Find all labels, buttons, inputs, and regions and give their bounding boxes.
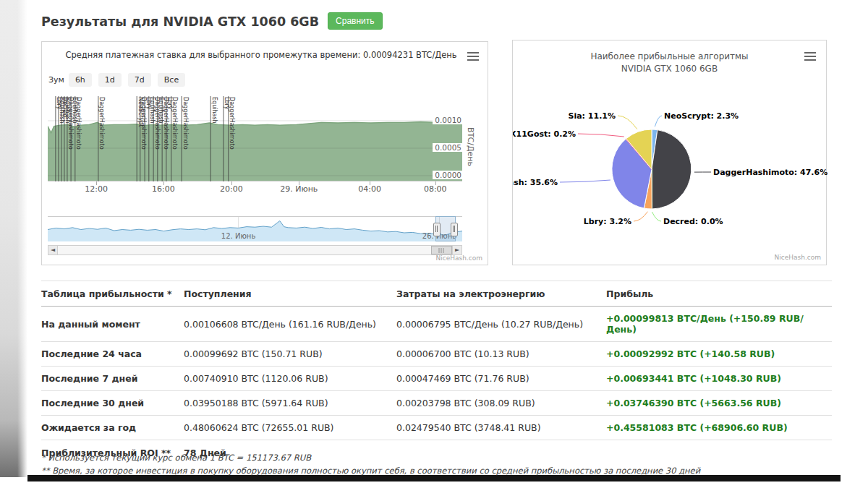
x-axis-labels: 12:0016:0020:0029. Июнь04:0008:00 — [48, 184, 462, 194]
profit-cell: +0.00092992 BTC (+140.58 RUB) — [606, 342, 832, 366]
x-tick-label: 08:00 — [424, 184, 447, 194]
table-row: Последние 24 часа0.00099692 BTC (150.71 … — [41, 342, 832, 367]
profitability-table: Таблица прибыльности *ПоступленияЗатраты… — [41, 281, 832, 465]
row-label-cell: На данный момент — [41, 312, 184, 336]
nicehash-watermark: NiceHash.com — [436, 254, 482, 262]
table-header-cell: Таблица прибыльности * — [41, 281, 184, 306]
x-tick-label: 04:00 — [358, 184, 381, 194]
navigator-right-handle[interactable] — [451, 223, 458, 236]
table-header-cell: Прибыль — [606, 281, 832, 306]
value-cell: 0.00006700 BTC (10.13 RUB) — [396, 342, 606, 366]
table-body: На данный момент0.00106608 BTC/День (161… — [41, 307, 832, 440]
svg-text:DaggerHashimoto: DaggerHashimoto — [229, 97, 235, 150]
x-tick-label: 16:00 — [152, 184, 175, 194]
footnote-exchange-rate: * Используется текущий курс обмена 1 BTC… — [41, 453, 311, 463]
table-row: На данный момент0.00106608 BTC/День (161… — [41, 307, 832, 342]
table-header-cell: Поступления — [184, 281, 396, 306]
zoom-button-1d[interactable]: 1d — [98, 73, 122, 87]
y-axis-title: BTC/День — [465, 103, 475, 190]
chart-menu-icon[interactable] — [467, 52, 479, 61]
value-cell: 0.00047469 BTC (71.76 RUB) — [396, 367, 606, 390]
pie-label-decred: Decred: 0.0% — [663, 217, 723, 226]
algorithms-pie-panel: Наиболее прибыльные алгоритмы NVIDIA GTX… — [512, 40, 827, 265]
svg-text:DaggerHashimoto: DaggerHashimoto — [75, 97, 82, 150]
table-row: Ожидается за год0.48060624 BTC (72655.01… — [41, 416, 832, 440]
payment-rate-chart-panel: Средняя платежная ставка для выбранного … — [41, 41, 488, 265]
profit-cell: +0.00099813 BTC/День (+150.89 RUB/День) — [606, 307, 832, 341]
pie-chart-svg: NeoScrypt: 2.3%DaggerHashimoto: 47.6%Dec… — [513, 40, 827, 266]
compare-button[interactable]: Сравнить — [328, 12, 382, 30]
chart-plot-area[interactable]: LbryEquihashDecredEquihashDaggerHashimot… — [48, 95, 462, 181]
table-row: Последние 7 дней0.00740910 BTC (1120.06 … — [41, 367, 832, 391]
chart-zoom-controls: Зум6h1d7dВсе — [48, 73, 192, 87]
svg-text:DaggerHashimoto: DaggerHashimoto — [171, 97, 178, 150]
svg-text:12. Июнь: 12. Июнь — [221, 232, 256, 240]
profit-cell: +0.03746390 BTC (+5663.56 RUB) — [606, 391, 832, 415]
y-tick-label: 0.0010 — [433, 116, 462, 124]
value-cell: 0.00106608 BTC/День (161.16 RUB/День) — [184, 312, 396, 336]
chart-scrollbar[interactable]: ◄ ► — [48, 245, 462, 255]
footnote-roi-explanation: ** Время, за которое инвестиция в покупк… — [41, 466, 700, 476]
page-left-gradient — [0, 0, 27, 477]
pie-label-x11gost: X11Gost: 0.2% — [513, 129, 576, 139]
value-cell: 0.00006795 BTC/День (10.27 RUB/День) — [396, 312, 606, 336]
value-cell: 0.03950188 BTC (5971.64 RUB) — [184, 391, 396, 415]
scrollbar-right-arrow-icon[interactable]: ► — [452, 245, 462, 255]
table-header-row: Таблица прибыльности *ПоступленияЗатраты… — [41, 281, 832, 307]
scrollbar-thumb[interactable] — [431, 246, 452, 254]
nicehash-watermark: NiceHash.com — [775, 254, 821, 261]
zoom-label: Зум — [48, 75, 64, 85]
chart-navigator[interactable]: 12. Июнь26. Июнь — [48, 216, 462, 244]
table-header-cell: Затраты на электроэнергию — [396, 281, 606, 306]
svg-text:DaggerHashimoto: DaggerHashimoto — [98, 97, 105, 150]
pie-label-equihash: Equihash: 35.6% — [513, 178, 558, 187]
value-cell: 0.00099692 BTC (150.71 RUB) — [184, 342, 396, 366]
bottom-edge-bar — [27, 475, 841, 481]
zoom-button-7d[interactable]: 7d — [128, 73, 151, 87]
pie-label-lbry: Lbry: 3.2% — [584, 217, 631, 226]
area-chart-svg: LbryEquihashDecredEquihashDaggerHashimot… — [48, 95, 462, 181]
page-title: Результаты для NVIDIA GTX 1060 6GBСравни… — [41, 12, 383, 30]
chart-title: Средняя платежная ставка для выбранного … — [64, 50, 459, 60]
y-tick-label: 0.0000 — [433, 171, 462, 179]
value-cell: 0.48060624 BTC (72655.01 RUB) — [184, 416, 396, 440]
svg-text:Equihash: Equihash — [211, 97, 218, 124]
row-label-cell: Последние 24 часа — [41, 342, 184, 366]
row-label-cell: Последние 7 дней — [41, 367, 184, 390]
profit-cell: +0.45581083 BTC (+68906.60 RUB) — [606, 416, 832, 440]
x-tick-label: 12:00 — [85, 184, 108, 194]
scrollbar-left-arrow-icon[interactable]: ◄ — [48, 245, 58, 255]
page-title-text: Результаты для NVIDIA GTX 1060 6GB — [41, 14, 319, 29]
y-tick-label: 0.0005 — [433, 143, 462, 152]
profit-cell: +0.00693441 BTC (+1048.30 RUB) — [606, 367, 832, 390]
zoom-button-все[interactable]: Все — [158, 73, 185, 87]
x-tick-label: 29. Июнь — [280, 184, 318, 194]
svg-text:DaggerHashimoto: DaggerHashimoto — [182, 97, 189, 150]
value-cell: 0.00740910 BTC (1120.06 RUB) — [184, 367, 396, 390]
value-cell: 0.02479540 BTC (3748.41 RUB) — [396, 416, 606, 440]
pie-label-sia: Sia: 11.1% — [568, 111, 616, 121]
navigator-svg: 12. Июнь26. Июнь — [48, 217, 462, 244]
row-label-cell: Ожидается за год — [41, 416, 184, 440]
navigator-selection-window[interactable] — [435, 216, 456, 241]
row-label-cell: Последние 30 дней — [41, 391, 184, 415]
navigator-left-handle[interactable] — [433, 223, 441, 236]
value-cell: 0.00203798 BTC (308.09 RUB) — [396, 391, 606, 415]
pie-label-neoscrypt: NeoScrypt: 2.3% — [664, 111, 739, 121]
pie-label-daggerhashimoto: DaggerHashimoto: 47.6% — [713, 168, 827, 177]
x-tick-label: 20:00 — [220, 184, 243, 194]
zoom-button-6h[interactable]: 6h — [69, 73, 92, 87]
table-row: Последние 30 дней0.03950188 BTC (5971.64… — [41, 391, 832, 416]
